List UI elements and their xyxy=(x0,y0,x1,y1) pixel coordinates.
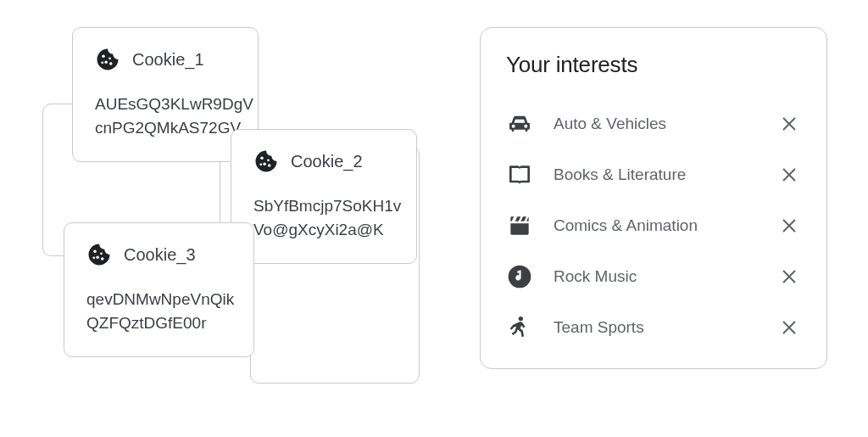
interest-label: Auto & Vehicles xyxy=(554,115,757,133)
interest-label: Rock Music xyxy=(554,267,757,286)
music-note-icon xyxy=(506,263,533,290)
interest-label: Books & Literature xyxy=(554,165,757,184)
cookie-value: SbYfBmcjp7SoKH1v Vo@gXcyXi2a@K xyxy=(253,194,394,241)
interests-panel: Your interests Auto & Vehicles Books & L… xyxy=(480,27,827,369)
interest-row-sports: Team Sports xyxy=(506,302,801,353)
remove-interest-button[interactable] xyxy=(777,112,801,136)
cookie-name: Cookie_2 xyxy=(291,152,363,171)
remove-interest-button[interactable] xyxy=(777,316,801,339)
interest-label: Comics & Animation xyxy=(554,216,757,235)
clapper-icon xyxy=(506,212,533,239)
interest-row-auto: Auto & Vehicles xyxy=(506,98,801,149)
interests-title: Your interests xyxy=(506,52,801,78)
cookie-name: Cookie_1 xyxy=(132,50,204,70)
remove-interest-button[interactable] xyxy=(777,265,801,289)
cookie-icon xyxy=(253,148,279,174)
cookie-value: AUEsGQ3KLwR9DgV cnPG2QMkAS72GV xyxy=(95,92,236,139)
interest-row-music: Rock Music xyxy=(506,251,801,302)
cookie-icon xyxy=(86,242,112,267)
cookie-icon xyxy=(95,47,120,72)
cookie-card-3: Cookie_3 qevDNMwNpeVnQik QZFQztDGfE00r xyxy=(64,222,254,357)
cookie-value: qevDNMwNpeVnQik QZFQztDGfE00r xyxy=(86,288,231,334)
cookie-name: Cookie_3 xyxy=(124,245,196,265)
interest-row-comics: Comics & Animation xyxy=(506,200,801,251)
car-icon xyxy=(506,110,533,137)
sports-icon xyxy=(506,314,533,341)
remove-interest-button[interactable] xyxy=(777,214,801,238)
interest-row-books: Books & Literature xyxy=(506,149,801,200)
interest-label: Team Sports xyxy=(554,318,757,337)
cookie-cards-cluster: Cookie_1 AUEsGQ3KLwR9DgV cnPG2QMkAS72GV … xyxy=(42,27,415,401)
book-icon xyxy=(506,161,533,188)
cookie-card-2: Cookie_2 SbYfBmcjp7SoKH1v Vo@gXcyXi2a@K xyxy=(231,129,417,264)
remove-interest-button[interactable] xyxy=(777,163,801,187)
